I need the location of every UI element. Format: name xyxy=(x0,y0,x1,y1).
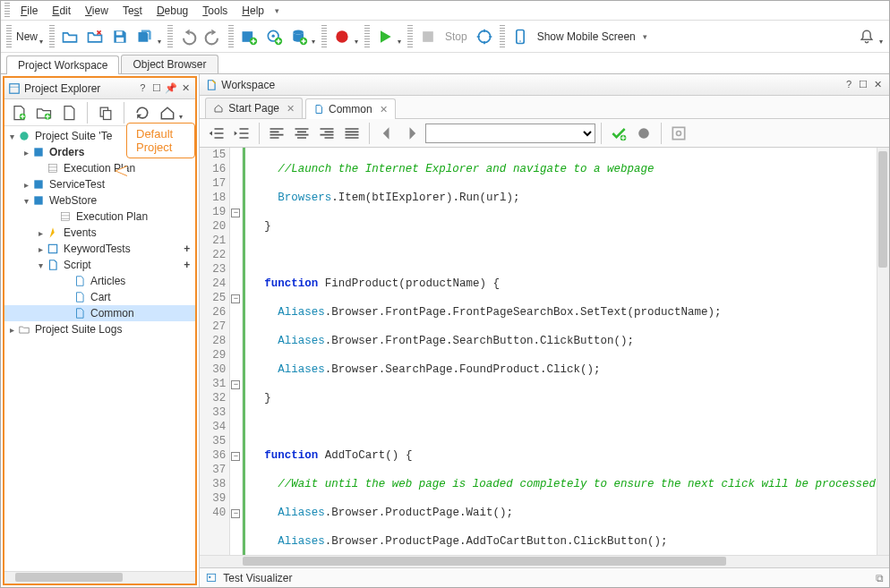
outdent-icon[interactable] xyxy=(205,122,228,145)
close-tab-icon[interactable]: ✕ xyxy=(380,104,388,115)
align-justify-icon[interactable] xyxy=(340,122,364,145)
redo-icon[interactable] xyxy=(201,25,225,48)
undo-icon[interactable] xyxy=(176,25,200,48)
align-center-icon[interactable] xyxy=(290,122,313,145)
notifications-icon[interactable]: ▾ xyxy=(855,25,878,48)
tree-common[interactable]: Common xyxy=(4,305,195,321)
home-icon xyxy=(213,103,224,114)
visualizer-icon xyxy=(205,572,218,584)
tree-logs[interactable]: ▸Project Suite Logs xyxy=(4,321,195,337)
mobile-label[interactable]: Show Mobile Screen xyxy=(534,30,639,43)
pin-icon[interactable]: 📌 xyxy=(165,82,177,94)
new-button[interactable]: New▾ xyxy=(15,25,39,48)
home-icon[interactable]: ▾ xyxy=(157,102,178,124)
close-icon[interactable]: ✕ xyxy=(179,82,192,94)
svg-point-7 xyxy=(293,30,304,34)
svg-rect-24 xyxy=(61,212,69,220)
doc-tabstrip: Start Page✕ Common✕ xyxy=(200,96,889,119)
menu-file[interactable]: File xyxy=(13,3,45,19)
add-db-icon[interactable]: ▾ xyxy=(287,25,311,48)
help-icon[interactable]: ? xyxy=(136,82,149,94)
add-script-icon[interactable]: + xyxy=(184,259,190,271)
add-item-icon[interactable] xyxy=(237,25,261,48)
tree-orders[interactable]: ▸Orders xyxy=(4,144,195,160)
svg-point-29 xyxy=(677,131,681,135)
project-tree[interactable]: ▾Project Suite 'Te ▸Orders Execution Pla… xyxy=(4,126,195,571)
close-tab-icon[interactable]: ✕ xyxy=(287,103,295,115)
record-icon[interactable]: ▾ xyxy=(330,25,354,48)
nav-forward-icon[interactable] xyxy=(400,122,424,145)
grip-icon xyxy=(321,25,327,48)
menu-tools[interactable]: Tools xyxy=(195,3,235,19)
stop-icon[interactable] xyxy=(416,25,440,48)
align-left-icon[interactable] xyxy=(265,122,288,145)
tree-servicetest[interactable]: ▸ServiceTest xyxy=(4,176,195,192)
editor-hscroll[interactable] xyxy=(200,555,889,567)
tree-script[interactable]: ▾Script+ xyxy=(4,257,195,273)
menu-help[interactable]: Help xyxy=(235,3,271,19)
maximize-icon[interactable]: ☐ xyxy=(150,82,163,94)
tree-events[interactable]: ▸Events xyxy=(4,225,195,241)
tab-common[interactable]: Common✕ xyxy=(305,98,396,119)
explorer-hscroll[interactable] xyxy=(4,571,195,584)
restore-icon[interactable]: ⧉ xyxy=(876,572,884,584)
menu-overflow-icon[interactable]: ▾ xyxy=(268,4,287,17)
tree-exec-plan-2[interactable]: Execution Plan xyxy=(4,209,195,225)
run-icon[interactable]: ▾ xyxy=(373,25,397,48)
code-content[interactable]: //Launch the Internet Explorer and navig… xyxy=(243,148,889,555)
indent-icon[interactable] xyxy=(230,122,253,145)
tree-root[interactable]: ▾Project Suite 'Te xyxy=(4,128,195,144)
add-kwt-icon[interactable]: + xyxy=(184,243,190,255)
svg-rect-25 xyxy=(48,244,56,252)
explorer-toolbar: ▾ xyxy=(4,99,195,126)
new-file-icon[interactable] xyxy=(8,102,30,124)
tree-webstore[interactable]: ▾WebStore xyxy=(4,192,195,209)
highlight-icon[interactable] xyxy=(473,25,496,48)
menu-test[interactable]: Test xyxy=(116,3,150,19)
close-project-icon[interactable] xyxy=(83,25,107,48)
tab-project-workspace[interactable]: Project Workspace xyxy=(6,55,119,74)
function-dropdown[interactable] xyxy=(425,124,595,143)
explorer-icon xyxy=(8,82,21,95)
svg-rect-21 xyxy=(48,164,56,172)
svg-point-13 xyxy=(519,40,521,42)
tab-object-browser[interactable]: Object Browser xyxy=(121,55,218,73)
menu-debug[interactable]: Debug xyxy=(150,3,195,19)
fold-column[interactable]: −−−−− xyxy=(230,148,243,555)
save-all-icon[interactable]: ▾ xyxy=(133,25,157,48)
help-icon[interactable]: ? xyxy=(843,79,855,90)
nav-back-icon[interactable] xyxy=(375,122,398,145)
workspace-label: Workspace xyxy=(221,79,275,91)
mobile-dropdown-icon[interactable]: ▾ xyxy=(643,32,647,41)
add-target-icon[interactable] xyxy=(262,25,286,48)
tree-keywordtests[interactable]: ▸KeywordTests+ xyxy=(4,241,195,257)
open-icon[interactable] xyxy=(58,25,81,48)
code-editor[interactable]: 1516171819202122232425262728293031323334… xyxy=(200,148,889,555)
save-icon[interactable] xyxy=(108,25,132,48)
add-existing-icon[interactable] xyxy=(58,102,80,124)
copy-icon[interactable] xyxy=(95,102,116,124)
record-snippet-icon[interactable] xyxy=(632,122,655,145)
tree-exec-plan-1[interactable]: Execution Plan xyxy=(4,160,195,176)
mobile-icon[interactable] xyxy=(509,25,532,48)
tree-cart[interactable]: Cart xyxy=(4,289,195,305)
menu-view[interactable]: View xyxy=(78,3,116,19)
main-toolbar: New▾ ▾ ▾ ▾ ▾ Stop Show Mobile Screen ▾ ▾ xyxy=(1,21,889,53)
tab-start-page[interactable]: Start Page✕ xyxy=(205,98,303,118)
tree-articles[interactable]: Articles xyxy=(4,273,195,289)
svg-point-27 xyxy=(638,128,649,139)
svg-point-5 xyxy=(272,34,275,37)
settings-icon[interactable] xyxy=(667,122,690,145)
maximize-icon[interactable]: ☐ xyxy=(857,79,869,90)
checkpoint-icon[interactable] xyxy=(607,122,630,145)
grip-icon xyxy=(167,25,173,48)
menu-edit[interactable]: Edit xyxy=(45,3,78,19)
align-right-icon[interactable] xyxy=(315,122,338,145)
editor-vscroll[interactable] xyxy=(877,148,889,555)
visualizer-label[interactable]: Test Visualizer xyxy=(223,572,292,584)
new-folder-icon[interactable] xyxy=(33,102,55,124)
grip-icon xyxy=(500,25,505,48)
close-icon[interactable]: ✕ xyxy=(871,79,884,90)
file-icon xyxy=(313,104,324,115)
refresh-icon[interactable] xyxy=(132,102,153,124)
